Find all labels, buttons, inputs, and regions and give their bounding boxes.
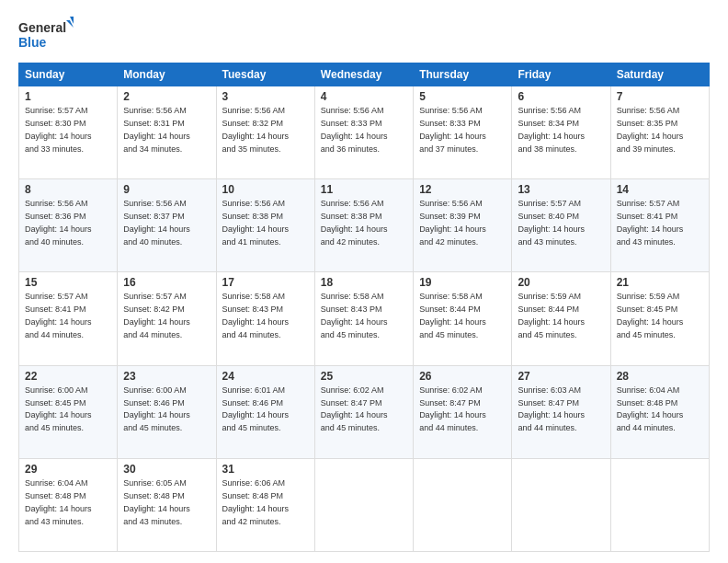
calendar-cell: 14Sunrise: 5:57 AMSunset: 8:41 PMDayligh… (610, 179, 709, 272)
day-number: 11 (321, 183, 407, 196)
day-number: 25 (321, 370, 407, 383)
calendar-cell (314, 458, 413, 551)
day-info: Sunrise: 6:04 AMSunset: 8:48 PMDaylight:… (617, 385, 684, 433)
svg-text:General: General (18, 20, 66, 35)
day-info: Sunrise: 6:02 AMSunset: 8:47 PMDaylight:… (321, 385, 388, 433)
day-info: Sunrise: 5:56 AMSunset: 8:34 PMDaylight:… (518, 106, 585, 154)
calendar-cell: 17Sunrise: 5:58 AMSunset: 8:43 PMDayligh… (216, 272, 314, 365)
day-number: 24 (222, 370, 309, 383)
day-number: 12 (419, 183, 506, 196)
calendar-cell: 15Sunrise: 5:57 AMSunset: 8:41 PMDayligh… (19, 272, 118, 365)
day-number: 16 (123, 276, 210, 289)
day-info: Sunrise: 6:01 AMSunset: 8:46 PMDaylight:… (222, 385, 290, 433)
day-number: 28 (617, 370, 703, 383)
day-info: Sunrise: 5:59 AMSunset: 8:45 PMDaylight:… (617, 292, 684, 339)
day-number: 15 (25, 276, 111, 289)
calendar-cell: 21Sunrise: 5:59 AMSunset: 8:45 PMDayligh… (610, 272, 709, 365)
col-header-monday: Monday (118, 63, 216, 86)
day-number: 18 (321, 276, 407, 289)
calendar-cell: 9Sunrise: 5:56 AMSunset: 8:37 PMDaylight… (118, 179, 216, 272)
calendar-cell (610, 458, 709, 551)
day-info: Sunrise: 5:57 AMSunset: 8:41 PMDaylight:… (25, 292, 92, 339)
day-number: 21 (617, 276, 703, 289)
calendar-cell: 28Sunrise: 6:04 AMSunset: 8:48 PMDayligh… (610, 365, 709, 458)
logo-svg: General Blue (18, 17, 74, 53)
day-number: 29 (25, 463, 111, 476)
day-info: Sunrise: 6:00 AMSunset: 8:46 PMDaylight:… (123, 385, 190, 433)
day-info: Sunrise: 5:56 AMSunset: 8:38 PMDaylight:… (321, 199, 388, 247)
day-number: 10 (222, 183, 309, 196)
calendar-cell: 25Sunrise: 6:02 AMSunset: 8:47 PMDayligh… (314, 365, 413, 458)
col-header-thursday: Thursday (414, 63, 512, 86)
col-header-friday: Friday (512, 63, 610, 86)
page: General Blue SundayMondayTuesdayWednesda… (0, 0, 728, 563)
day-number: 9 (123, 183, 210, 196)
calendar-cell: 30Sunrise: 6:05 AMSunset: 8:48 PMDayligh… (118, 458, 216, 551)
calendar-cell: 5Sunrise: 5:56 AMSunset: 8:33 PMDaylight… (414, 86, 512, 179)
calendar-cell: 19Sunrise: 5:58 AMSunset: 8:44 PMDayligh… (414, 272, 512, 365)
day-number: 13 (518, 183, 604, 196)
day-number: 14 (617, 183, 703, 196)
day-info: Sunrise: 5:56 AMSunset: 8:37 PMDaylight:… (123, 199, 190, 247)
day-info: Sunrise: 5:56 AMSunset: 8:36 PMDaylight:… (25, 199, 92, 247)
day-info: Sunrise: 5:57 AMSunset: 8:40 PMDaylight:… (518, 199, 585, 247)
top-section: General Blue (18, 17, 710, 53)
day-number: 19 (419, 276, 506, 289)
day-info: Sunrise: 5:58 AMSunset: 8:44 PMDaylight:… (419, 292, 486, 339)
calendar-cell: 22Sunrise: 6:00 AMSunset: 8:45 PMDayligh… (19, 365, 118, 458)
day-info: Sunrise: 6:00 AMSunset: 8:45 PMDaylight:… (25, 385, 92, 433)
day-number: 6 (518, 90, 604, 103)
day-number: 8 (25, 183, 111, 196)
day-number: 3 (222, 90, 309, 103)
calendar-cell: 27Sunrise: 6:03 AMSunset: 8:47 PMDayligh… (512, 365, 610, 458)
calendar-cell: 16Sunrise: 5:57 AMSunset: 8:42 PMDayligh… (118, 272, 216, 365)
day-number: 27 (518, 370, 604, 383)
day-info: Sunrise: 5:57 AMSunset: 8:30 PMDaylight:… (25, 106, 92, 154)
calendar-cell: 7Sunrise: 5:56 AMSunset: 8:35 PMDaylight… (610, 86, 709, 179)
day-info: Sunrise: 5:56 AMSunset: 8:31 PMDaylight:… (123, 106, 190, 154)
col-header-sunday: Sunday (19, 63, 118, 86)
day-number: 26 (419, 370, 506, 383)
day-info: Sunrise: 5:56 AMSunset: 8:38 PMDaylight:… (222, 199, 290, 247)
day-number: 2 (123, 90, 210, 103)
calendar-cell: 1Sunrise: 5:57 AMSunset: 8:30 PMDaylight… (19, 86, 118, 179)
day-info: Sunrise: 5:56 AMSunset: 8:35 PMDaylight:… (617, 106, 684, 154)
calendar-cell: 6Sunrise: 5:56 AMSunset: 8:34 PMDaylight… (512, 86, 610, 179)
day-info: Sunrise: 5:57 AMSunset: 8:42 PMDaylight:… (123, 292, 190, 339)
calendar-cell: 24Sunrise: 6:01 AMSunset: 8:46 PMDayligh… (216, 365, 314, 458)
day-info: Sunrise: 6:05 AMSunset: 8:48 PMDaylight:… (123, 478, 190, 526)
day-info: Sunrise: 6:06 AMSunset: 8:48 PMDaylight:… (222, 478, 290, 526)
calendar-cell: 26Sunrise: 6:02 AMSunset: 8:47 PMDayligh… (414, 365, 512, 458)
calendar-table: SundayMondayTuesdayWednesdayThursdayFrid… (18, 63, 710, 552)
day-info: Sunrise: 5:56 AMSunset: 8:32 PMDaylight:… (222, 106, 290, 154)
day-info: Sunrise: 6:03 AMSunset: 8:47 PMDaylight:… (518, 385, 585, 433)
calendar-cell: 12Sunrise: 5:56 AMSunset: 8:39 PMDayligh… (414, 179, 512, 272)
day-info: Sunrise: 5:58 AMSunset: 8:43 PMDaylight:… (222, 292, 290, 339)
day-number: 31 (222, 463, 309, 476)
day-info: Sunrise: 6:04 AMSunset: 8:48 PMDaylight:… (25, 478, 92, 526)
day-number: 4 (321, 90, 407, 103)
col-header-wednesday: Wednesday (314, 63, 413, 86)
day-info: Sunrise: 5:58 AMSunset: 8:43 PMDaylight:… (321, 292, 388, 339)
calendar-cell: 23Sunrise: 6:00 AMSunset: 8:46 PMDayligh… (118, 365, 216, 458)
calendar-cell: 10Sunrise: 5:56 AMSunset: 8:38 PMDayligh… (216, 179, 314, 272)
day-number: 17 (222, 276, 309, 289)
calendar-cell: 4Sunrise: 5:56 AMSunset: 8:33 PMDaylight… (314, 86, 413, 179)
day-number: 30 (123, 463, 210, 476)
calendar-cell (414, 458, 512, 551)
col-header-tuesday: Tuesday (216, 63, 314, 86)
calendar-cell (512, 458, 610, 551)
calendar-cell: 2Sunrise: 5:56 AMSunset: 8:31 PMDaylight… (118, 86, 216, 179)
calendar-cell: 8Sunrise: 5:56 AMSunset: 8:36 PMDaylight… (19, 179, 118, 272)
day-number: 20 (518, 276, 604, 289)
day-info: Sunrise: 5:56 AMSunset: 8:39 PMDaylight:… (419, 199, 486, 247)
day-number: 1 (25, 90, 111, 103)
day-number: 7 (617, 90, 703, 103)
col-header-saturday: Saturday (610, 63, 709, 86)
calendar-cell: 18Sunrise: 5:58 AMSunset: 8:43 PMDayligh… (314, 272, 413, 365)
calendar-cell: 20Sunrise: 5:59 AMSunset: 8:44 PMDayligh… (512, 272, 610, 365)
calendar-cell: 11Sunrise: 5:56 AMSunset: 8:38 PMDayligh… (314, 179, 413, 272)
svg-text:Blue: Blue (18, 35, 47, 50)
day-info: Sunrise: 5:56 AMSunset: 8:33 PMDaylight:… (321, 106, 388, 154)
logo: General Blue (18, 17, 74, 53)
